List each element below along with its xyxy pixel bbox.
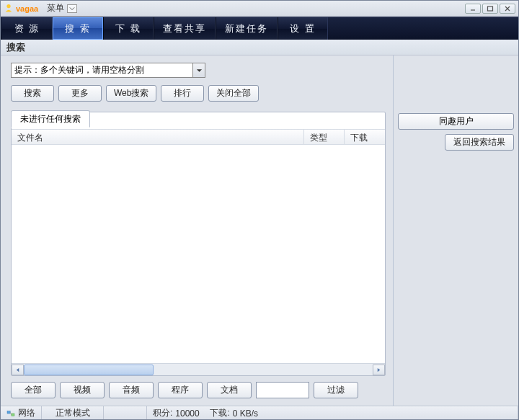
column-type[interactable]: 类型 [304,130,345,144]
results-header: 文件名 类型 下载 [12,129,385,145]
svg-marker-7 [378,367,381,371]
page-title: 搜索 [1,40,518,55]
svg-rect-8 [7,411,10,413]
column-filename[interactable]: 文件名 [12,130,304,144]
status-mode[interactable]: 正常模式 [42,406,104,420]
main-nav: 资 源 搜 索 下 载 查看共享 新建任务 设 置 [1,17,518,40]
scroll-left-button[interactable] [12,365,24,375]
status-score-label: 积分: [153,407,172,419]
filter-document-button[interactable]: 文档 [207,382,252,398]
svg-marker-5 [196,69,201,72]
results-tab[interactable]: 未进行任何搜索 [11,110,90,128]
close-button[interactable] [500,4,515,14]
network-icon [6,410,15,417]
results-body [12,145,385,363]
svg-point-0 [6,4,10,7]
status-spacer [104,406,147,420]
nav-tab-settings[interactable]: 设 置 [278,17,328,40]
more-button[interactable]: 更多 [58,85,102,102]
close-all-button[interactable]: 关闭全部 [208,85,259,102]
nav-tab-download[interactable]: 下 载 [103,17,154,40]
nav-tab-resources[interactable]: 资 源 [2,17,53,40]
scrollbar-track[interactable] [24,365,373,375]
search-button[interactable]: 搜索 [11,85,54,102]
right-top-spacer [393,55,518,109]
minimize-icon [469,6,476,12]
filter-apply-button[interactable]: 过滤 [314,382,358,398]
status-score-value: 10000 [175,408,199,419]
svg-line-10 [10,412,12,414]
chevron-right-icon [376,367,381,372]
menu-dropdown-button[interactable] [67,4,77,13]
filter-input[interactable] [256,382,309,398]
back-to-results-button[interactable]: 返回搜索结果 [445,134,514,151]
svg-rect-9 [12,414,14,416]
same-interest-users-button[interactable]: 同趣用户 [398,113,514,130]
column-download[interactable]: 下载 [345,130,385,144]
horizontal-scrollbar[interactable] [12,363,385,375]
svg-rect-2 [488,6,493,11]
app-logo-icon [4,4,14,14]
status-bar: 网络 正常模式 积分: 10000 下载: 0 KB/s [1,406,518,420]
nav-tab-search[interactable]: 搜 索 [53,17,103,40]
status-stats: 积分: 10000 下载: 0 KB/s [147,406,518,420]
title-bar: vagaa 菜单 [1,1,518,17]
rank-button[interactable]: 排行 [161,85,204,102]
close-icon [504,6,511,12]
app-name: vagaa [16,4,38,13]
search-dropdown-button[interactable] [192,63,205,77]
svg-marker-6 [17,367,19,371]
maximize-button[interactable] [482,4,498,14]
minimize-button[interactable] [465,4,481,14]
search-input[interactable] [12,63,192,77]
scrollbar-thumb[interactable] [24,365,154,375]
search-combobox [11,63,205,78]
status-download-value: 0 KB/s [233,408,258,419]
filter-audio-button[interactable]: 音频 [109,382,154,398]
results-panel: 未进行任何搜索 文件名 类型 下载 [11,112,386,376]
nav-tab-view-share[interactable]: 查看共享 [154,17,216,40]
filter-video-button[interactable]: 视频 [60,382,105,398]
web-search-button[interactable]: Web搜索 [106,85,156,102]
status-network: 网络 [1,406,42,420]
status-network-label: 网络 [18,407,35,419]
filter-all-button[interactable]: 全部 [11,382,56,398]
window-controls [465,4,515,14]
right-panel: 同趣用户 返回搜索结果 [393,109,518,406]
status-download-label: 下载: [210,407,229,419]
chevron-down-icon [196,68,203,73]
maximize-icon [487,6,494,12]
chevron-down-icon [69,6,75,11]
menu-label: 菜单 [47,2,64,14]
nav-tab-new-task[interactable]: 新建任务 [216,17,278,40]
scroll-right-button[interactable] [373,365,385,375]
filter-program-button[interactable]: 程序 [158,382,203,398]
chevron-left-icon [15,367,20,372]
